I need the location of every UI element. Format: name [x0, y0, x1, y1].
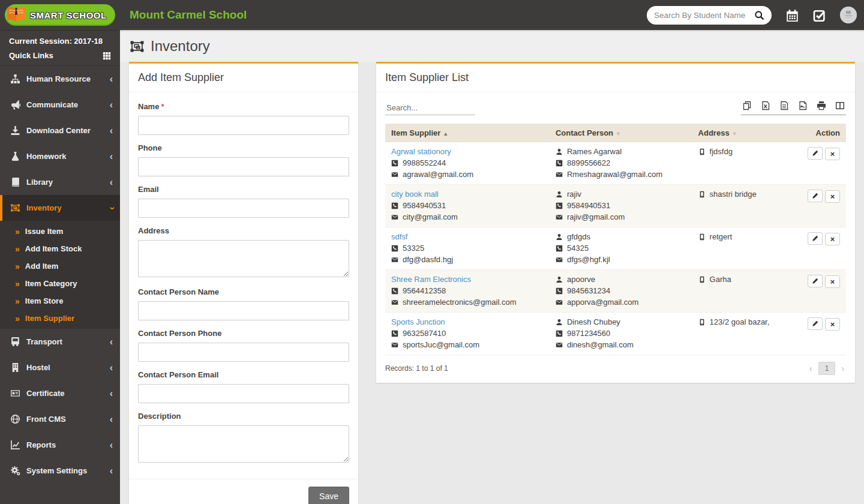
description-textarea[interactable]	[138, 425, 349, 463]
column-header-label: Item Supplier	[391, 128, 440, 137]
sidebar-item-front-cms[interactable]: Front CMS‹	[0, 406, 120, 432]
submenu-item-issue-item[interactable]: »Issue Item	[0, 223, 120, 240]
prev-page-button[interactable]: ‹	[808, 364, 814, 373]
contact-person-name-input[interactable]	[138, 301, 349, 320]
address-textarea[interactable]	[138, 240, 349, 277]
phone-square-icon	[556, 287, 563, 295]
contact-person-phone-input[interactable]	[138, 343, 349, 362]
table-search-input[interactable]	[385, 101, 475, 115]
save-button[interactable]: Save	[308, 487, 349, 504]
sidebar-item-download-center[interactable]: Download Center‹	[0, 118, 120, 143]
edit-button[interactable]	[808, 275, 823, 287]
field-label-text: Contact Person Name	[138, 287, 219, 296]
email-input[interactable]	[138, 199, 349, 218]
contact-person-phone: 8899556622	[567, 158, 610, 168]
student-search-input[interactable]	[654, 11, 754, 20]
download-icon	[10, 125, 20, 136]
edit-button[interactable]	[808, 147, 823, 160]
supplier-phone-line: 9564412358	[391, 286, 544, 296]
columns-icon[interactable]	[835, 101, 845, 110]
sidebar-item-human-resource[interactable]: Human Resource‹	[0, 66, 120, 92]
sidebar-item-homework[interactable]: Homework‹	[0, 143, 120, 169]
delete-button[interactable]: ×	[825, 233, 840, 245]
double-chevron-icon: »	[15, 262, 20, 271]
grid-th-icon[interactable]	[103, 52, 111, 60]
check-square-icon[interactable]	[813, 9, 826, 22]
sidebar-item-transport[interactable]: Transport‹	[0, 329, 120, 355]
sidebar-item-communicate[interactable]: Communicate‹	[0, 92, 120, 118]
address-icon	[698, 276, 706, 283]
sidebar-item-reports[interactable]: Reports‹	[0, 432, 120, 458]
copy-icon[interactable]	[742, 101, 752, 110]
form-field-name: Name*	[138, 102, 349, 135]
contact-person-name: Dinesh Chubey	[567, 317, 620, 327]
sidebar-menu: Human Resource‹Communicate‹Download Cent…	[0, 66, 120, 484]
contact-person-phone-line: 9584940531	[556, 201, 686, 211]
submenu-item-label: Item Supplier	[25, 314, 74, 323]
submenu-item-item-supplier[interactable]: »Item Supplier	[0, 310, 120, 327]
submenu-item-label: Item Category	[25, 279, 77, 288]
sort-asc-icon: ▲	[443, 131, 448, 137]
bus-icon	[10, 337, 20, 347]
print-icon[interactable]	[817, 101, 826, 110]
supplier-name-link[interactable]: Sports Junction	[391, 317, 445, 327]
contact-person-name: apoorve	[567, 275, 595, 284]
edit-button[interactable]	[808, 190, 823, 202]
contact-person-email: Rmeshagrawal@gmail.com	[567, 170, 662, 179]
sidebar-item-system-settings[interactable]: System Settings‹	[0, 458, 120, 484]
column-header-item-supplier[interactable]: Item Supplier▲	[385, 124, 550, 142]
supplier-name-link[interactable]: Shree Ram Electronics	[391, 275, 471, 284]
page-number-button[interactable]: 1	[818, 362, 836, 375]
supplier-table: Item Supplier▲Contact Person▼Address▼Act…	[385, 124, 846, 355]
sidebar-item-inventory[interactable]: Inventory‹	[0, 195, 120, 221]
delete-button[interactable]: ×	[825, 318, 840, 331]
envelope-icon	[391, 299, 398, 306]
sidebar-item-certificate[interactable]: Certificate‹	[0, 380, 120, 406]
submenu-item-item-category[interactable]: »Item Category	[0, 275, 120, 292]
pdf-icon[interactable]	[798, 101, 808, 110]
app-logo[interactable]: SMART SCHOOL	[5, 4, 115, 26]
submenu-item-item-store[interactable]: »Item Store	[0, 292, 120, 310]
sidebar-item-hostel[interactable]: Hostel‹	[0, 355, 120, 380]
sidebar-item-library[interactable]: Library‹	[0, 169, 120, 195]
name-input[interactable]	[138, 116, 349, 135]
supplier-address-line: retgert	[698, 232, 786, 242]
contact-person-email-input[interactable]	[138, 384, 349, 403]
user-avatar[interactable]	[840, 7, 857, 23]
delete-button[interactable]: ×	[825, 148, 840, 160]
delete-button[interactable]: ×	[825, 190, 840, 203]
calendar-icon[interactable]	[786, 9, 799, 22]
supplier-address-line: Garha	[698, 275, 786, 284]
supplier-name-link[interactable]: sdfsf	[391, 232, 407, 242]
column-header-address[interactable]: Address▼	[692, 124, 792, 142]
phone-square-icon	[391, 160, 398, 167]
supplier-cell: Agrwal stationory9988552244agrawal@gmail…	[385, 142, 550, 185]
list-toolbar	[376, 92, 855, 120]
supplier-phone: 9564412358	[403, 286, 446, 296]
edit-button[interactable]	[808, 232, 823, 245]
csv-icon[interactable]	[779, 101, 789, 110]
supplier-address: fjdsfdg	[710, 147, 733, 157]
delete-button[interactable]: ×	[825, 275, 840, 288]
submenu-item-add-item-stock[interactable]: »Add Item Stock	[0, 240, 120, 257]
user-icon	[556, 319, 563, 326]
column-header-contact-person[interactable]: Contact Person▼	[550, 124, 692, 142]
excel-icon[interactable]	[761, 101, 770, 110]
chevron-left-icon: ‹	[110, 178, 113, 187]
sidebar-item-label: Human Resource	[26, 74, 91, 83]
field-label: Phone	[138, 143, 349, 152]
next-page-button[interactable]: ›	[839, 364, 846, 373]
search-icon[interactable]	[754, 10, 764, 20]
supplier-phone-line: 9632587410	[391, 329, 544, 338]
chevron-left-icon: ‹	[110, 337, 113, 347]
edit-button[interactable]	[808, 317, 823, 330]
supplier-address: 123/2 goal bazar,	[710, 317, 770, 327]
submenu-item-add-item[interactable]: »Add Item	[0, 257, 120, 275]
supplier-name-link[interactable]: Agrwal stationory	[391, 147, 451, 157]
submenu-item-label: Add Item Stock	[25, 244, 82, 253]
contact-person-email-line: rajiv@gmail.com	[556, 212, 686, 222]
supplier-name-link[interactable]: city book mall	[391, 190, 439, 199]
phone-input[interactable]	[138, 157, 349, 176]
inventory-submenu: »Issue Item»Add Item Stock»Add Item»Item…	[0, 221, 120, 329]
address-cell: shastri bridge	[692, 185, 792, 227]
